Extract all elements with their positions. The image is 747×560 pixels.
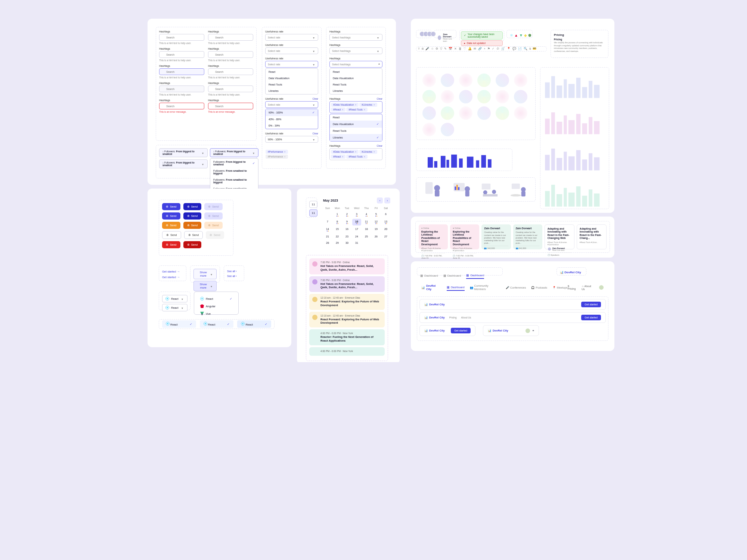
calendar-day[interactable]: 16 bbox=[342, 226, 351, 233]
hashtag-chip[interactable]: #Data Visualization× bbox=[331, 150, 359, 154]
calendar-day[interactable]: 13 bbox=[381, 219, 390, 225]
location-icon[interactable]: 📍 bbox=[507, 47, 511, 50]
search-icon[interactable]: 🔍 bbox=[524, 47, 527, 50]
clock-icon[interactable]: ⏱ bbox=[496, 47, 499, 50]
dropdown-option[interactable]: React Tools bbox=[330, 128, 382, 134]
dropdown-option[interactable]: Data Visualization bbox=[266, 75, 318, 81]
calendar-day[interactable]: 22 bbox=[333, 234, 342, 239]
hashtag-multiselect[interactable]: #Data Visualization× #Libraries× #React×… bbox=[329, 148, 382, 160]
dropdown-option[interactable]: Followers: From smallest to biggest bbox=[210, 177, 258, 186]
send-button[interactable]: ⊕ Send bbox=[183, 222, 202, 229]
brand-logo[interactable]: 📊 DevRel City bbox=[424, 303, 445, 306]
hashtag-chip[interactable]: #React Tools× bbox=[346, 155, 367, 159]
brand-logo[interactable]: 📊 DevRel City bbox=[424, 316, 445, 319]
dollar-icon[interactable]: $ bbox=[529, 47, 531, 50]
calendar-day[interactable]: 4 bbox=[362, 211, 371, 218]
event-item[interactable]: 12:10 am - 12:40 am · Emerson DiasReact … bbox=[309, 294, 385, 310]
calendar-day[interactable]: 31 bbox=[352, 240, 361, 246]
search-input[interactable] bbox=[159, 85, 204, 92]
calendar-day[interactable]: 11 bbox=[362, 219, 371, 225]
mail-icon[interactable]: ✉ bbox=[474, 47, 476, 50]
heart-icon[interactable]: ♡ bbox=[464, 47, 466, 50]
brand-logo[interactable]: 📊 DevRel City bbox=[421, 284, 441, 291]
clear-link[interactable]: Clear bbox=[312, 132, 318, 135]
calendar-day[interactable]: 20 bbox=[381, 226, 390, 233]
file-icon[interactable]: 📄 bbox=[518, 47, 522, 50]
event-item[interactable]: 4:00 PM - 6:00 PM · New YorkReactor: Fue… bbox=[309, 329, 385, 345]
pricing-link[interactable]: $ Pricing bbox=[568, 285, 578, 290]
hashtag-select[interactable]: Select hashtags bbox=[329, 34, 382, 41]
rate-select[interactable]: Select rate bbox=[265, 101, 318, 108]
calendar-prev[interactable]: ‹ bbox=[377, 197, 383, 203]
hashtag-chip[interactable]: #Performance× bbox=[266, 150, 288, 154]
dropdown-option[interactable]: React bbox=[330, 69, 382, 75]
calendar-day[interactable]: 18 bbox=[362, 226, 371, 233]
calendar-day[interactable]: 23 bbox=[342, 234, 351, 239]
hashtag-multiselect[interactable]: #Data Visualization× #Libraries× #React×… bbox=[329, 101, 382, 113]
event-item[interactable]: 7:00 PM - 9:00 PM · OnlineHot Takes on F… bbox=[309, 258, 385, 274]
event-card[interactable]: Adapting and Innovating with React in th… bbox=[545, 224, 574, 249]
dropdown-option[interactable]: 0% - 39% bbox=[266, 122, 318, 129]
search-input[interactable] bbox=[159, 68, 204, 75]
calendar-day[interactable] bbox=[381, 240, 390, 246]
card-icon[interactable]: 💳 bbox=[533, 47, 536, 50]
check-icon[interactable]: ✓ bbox=[492, 47, 495, 50]
event-card[interactable]: Adapting and Innovating with React in th… bbox=[577, 224, 607, 249]
date-tile[interactable]: 11 bbox=[309, 201, 317, 208]
hashtag-select[interactable]: Select hashtags bbox=[329, 61, 382, 68]
tab-dashboard[interactable]: ▦ Dashboard bbox=[466, 273, 484, 279]
rate-select[interactable]: Select rate bbox=[265, 61, 318, 68]
settings-icon[interactable]: ⚙ bbox=[436, 47, 438, 50]
hashtag-chip[interactable]: #React× bbox=[331, 155, 345, 159]
close-icon[interactable]: ✕ bbox=[454, 47, 457, 50]
hashtag-chip[interactable]: #Libraries× bbox=[359, 103, 377, 107]
search-input[interactable] bbox=[159, 51, 204, 58]
edit-icon[interactable]: ✎ bbox=[444, 47, 447, 50]
nav-tab[interactable]: 🎤 Conferences bbox=[506, 285, 526, 290]
calendar-day[interactable]: 5 bbox=[372, 211, 381, 218]
event-card[interactable]: ● OnlineExploring the Limitless Possibil… bbox=[450, 224, 479, 249]
calendar-day[interactable]: 27 bbox=[381, 234, 390, 239]
dropdown-option[interactable]: Angular bbox=[197, 302, 235, 310]
event-item[interactable]: 12:10 am - 12:40 am · Emerson DiasReact … bbox=[309, 312, 385, 328]
calendar-next[interactable]: › bbox=[384, 197, 390, 203]
framework-pill[interactable]: React bbox=[237, 320, 271, 328]
bell-icon[interactable]: 🔔 bbox=[468, 47, 472, 50]
link-icon[interactable]: 🔗 bbox=[478, 47, 482, 50]
search-input[interactable] bbox=[208, 34, 253, 41]
avatar[interactable] bbox=[599, 285, 604, 290]
send-button[interactable]: ⊕ Send bbox=[162, 203, 180, 210]
dropdown-option[interactable]: React bbox=[330, 114, 382, 121]
framework-pill[interactable]: React bbox=[200, 320, 234, 328]
avatar[interactable] bbox=[525, 328, 530, 333]
event-item[interactable]: 4:00 PM - 6:00 PM · New York bbox=[309, 347, 385, 356]
show-more-button[interactable]: Show more bbox=[193, 269, 217, 279]
framework-select[interactable]: React bbox=[162, 304, 187, 311]
calendar-day[interactable]: 15 bbox=[333, 226, 342, 233]
send-button[interactable]: ⊕ Send bbox=[162, 241, 180, 248]
send-button[interactable]: ⊕ Send bbox=[183, 241, 202, 248]
nav-tab[interactable]: 🎧 Podcasts bbox=[531, 285, 547, 290]
nav-tab[interactable]: 👥 Community Members bbox=[470, 283, 500, 292]
calendar-day[interactable]: 19 bbox=[372, 226, 381, 233]
calendar-day[interactable]: 17 bbox=[352, 226, 361, 233]
cart-icon[interactable]: 🛒 bbox=[501, 47, 505, 50]
text-icon[interactable]: T bbox=[418, 47, 420, 50]
calendar-day[interactable] bbox=[323, 211, 332, 218]
calendar-day[interactable]: 7 bbox=[323, 219, 332, 225]
calendar-day[interactable]: 12 bbox=[372, 219, 381, 225]
sort-button[interactable]: ↕ Followers: From biggest to smallest bbox=[159, 148, 208, 157]
dropdown-option[interactable]: Vue bbox=[197, 310, 235, 317]
calendar-day[interactable]: 30 bbox=[342, 240, 351, 246]
see-all-link[interactable]: See all › bbox=[227, 274, 241, 279]
sort-button[interactable]: ↕ Followers: From biggest to smallest bbox=[210, 148, 258, 157]
calendar-day[interactable]: 1 bbox=[333, 211, 342, 218]
get-started-link[interactable]: Get started bbox=[162, 274, 183, 280]
flag-icon[interactable]: ⚑ bbox=[487, 47, 490, 50]
framework-pill[interactable]: React bbox=[162, 320, 196, 328]
calendar-icon[interactable]: 📅 bbox=[449, 47, 452, 50]
rate-select[interactable]: Select rate bbox=[265, 34, 318, 41]
sort-button[interactable]: ↕ Followers: From biggest to smallest bbox=[159, 159, 208, 168]
filter-icon[interactable]: ▽ bbox=[440, 47, 442, 50]
get-started-button[interactable]: Get started bbox=[581, 302, 601, 307]
